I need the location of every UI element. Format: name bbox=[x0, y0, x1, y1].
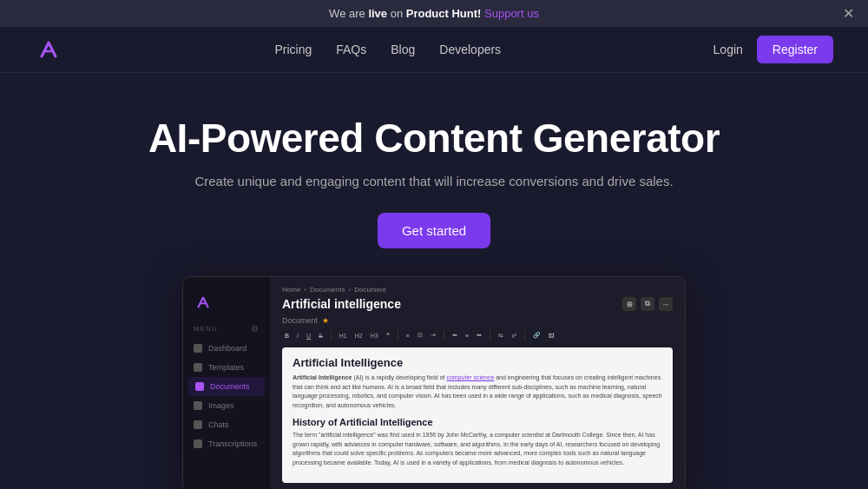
document-body: Artificial Intelligence Artificial Intel… bbox=[282, 347, 673, 483]
h2-button[interactable]: H2 bbox=[352, 330, 365, 340]
register-button[interactable]: Register bbox=[757, 36, 833, 63]
announcement-text: We are live on Product Hunt! Support us bbox=[329, 7, 539, 20]
sidebar-item-documents[interactable]: Documents bbox=[188, 377, 265, 396]
nav-blog[interactable]: Blog bbox=[391, 43, 415, 56]
nav-links: Pricing FAQs Blog Developers bbox=[274, 43, 501, 56]
toolbar-separator-3 bbox=[444, 330, 444, 340]
link-button[interactable]: 🔗 bbox=[530, 330, 543, 340]
strikethrough-button[interactable]: S bbox=[316, 330, 326, 340]
sidebar-item-transcriptions[interactable]: Transcriptions bbox=[183, 434, 270, 453]
images-icon bbox=[194, 401, 202, 410]
image-button[interactable]: 🖼 bbox=[546, 330, 557, 340]
logo-icon bbox=[35, 36, 62, 63]
document-title-row: Artificial intelligence ⊞ ⧉ ··· bbox=[282, 297, 673, 311]
chats-icon bbox=[194, 420, 202, 429]
underline-button[interactable]: U bbox=[304, 330, 313, 340]
formatting-toolbar: B I U S H1 H2 H3 ❝ ≡ ⊟ ⇥ ⬅ ≡ ➡ x₂ x² bbox=[282, 330, 673, 340]
sidebar-settings-icon[interactable]: ⚙ bbox=[251, 324, 260, 334]
nav-right: Login Register bbox=[713, 36, 833, 63]
dashboard-icon bbox=[194, 344, 202, 353]
logo[interactable] bbox=[35, 36, 62, 63]
doc-ai-bold: Artificial Intelligence bbox=[293, 374, 352, 380]
main-nav: Pricing FAQs Blog Developers Login Regis… bbox=[0, 27, 868, 73]
sidebar-item-chats[interactable]: Chats bbox=[183, 415, 270, 434]
main-document-area: Home › Documents › Document Artificial i… bbox=[270, 277, 685, 489]
live-badge: live bbox=[368, 7, 387, 20]
documents-icon bbox=[195, 382, 204, 391]
support-link[interactable]: Support us bbox=[484, 7, 539, 20]
nav-pricing[interactable]: Pricing bbox=[274, 43, 312, 56]
toolbar-separator-2 bbox=[398, 330, 398, 340]
copy-icon[interactable]: ⧉ bbox=[641, 297, 654, 311]
indent-button[interactable]: ⇥ bbox=[428, 330, 438, 340]
ul-button[interactable]: ≡ bbox=[404, 330, 412, 340]
doc-cs-link[interactable]: computer science bbox=[446, 374, 494, 380]
hero-subtitle: Create unique and engaging content that … bbox=[35, 174, 833, 188]
align-right-button[interactable]: ➡ bbox=[474, 330, 484, 340]
toolbar-separator-1 bbox=[331, 330, 332, 340]
get-started-button[interactable]: Get started bbox=[378, 213, 490, 248]
h1-button[interactable]: H1 bbox=[337, 330, 350, 340]
sidebar-item-dashboard[interactable]: Dashboard bbox=[183, 339, 270, 358]
superscript-button[interactable]: x² bbox=[509, 330, 519, 340]
nav-developers[interactable]: Developers bbox=[439, 43, 501, 56]
sidebar-item-images[interactable]: Images bbox=[183, 396, 270, 415]
more-icon[interactable]: ··· bbox=[659, 297, 673, 311]
ol-button[interactable]: ⊟ bbox=[415, 330, 425, 340]
transcriptions-icon bbox=[194, 439, 202, 448]
close-announcement-button[interactable]: ✕ bbox=[843, 7, 854, 21]
platform-name: Product Hunt! bbox=[406, 7, 482, 20]
document-action-icons: ⊞ ⧉ ··· bbox=[622, 297, 673, 311]
sidebar-item-templates[interactable]: Templates bbox=[183, 358, 270, 377]
star-icon[interactable]: ★ bbox=[322, 316, 329, 325]
sidebar-logo bbox=[183, 287, 270, 324]
sidebar-logo-icon bbox=[194, 293, 213, 312]
doc-heading: Artificial Intelligence bbox=[293, 356, 662, 369]
align-left-button[interactable]: ⬅ bbox=[450, 330, 460, 340]
bold-button[interactable]: B bbox=[282, 330, 292, 340]
announcement-bar: We are live on Product Hunt! Support us … bbox=[0, 0, 868, 27]
toolbar-separator-5 bbox=[524, 330, 525, 340]
login-link[interactable]: Login bbox=[713, 43, 743, 56]
doc-subheading: History of Artificial Intelligence bbox=[293, 417, 662, 427]
share-icon[interactable]: ⊞ bbox=[622, 297, 636, 311]
align-center-button[interactable]: ≡ bbox=[463, 330, 471, 340]
h3-button[interactable]: H3 bbox=[368, 330, 381, 340]
app-preview: MENU ⚙ Dashboard Templates Documents Ima… bbox=[182, 276, 686, 489]
templates-icon bbox=[194, 363, 202, 372]
quote-button[interactable]: ❝ bbox=[384, 330, 392, 340]
italic-button[interactable]: I bbox=[294, 330, 301, 340]
subscript-button[interactable]: x₂ bbox=[496, 330, 507, 340]
breadcrumb: Home › Documents › Document bbox=[282, 286, 673, 294]
toolbar-separator-4 bbox=[490, 330, 490, 340]
app-sidebar: MENU ⚙ Dashboard Templates Documents Ima… bbox=[183, 277, 270, 489]
document-name-row: Document ★ bbox=[282, 316, 673, 325]
document-title: Artificial intelligence bbox=[282, 297, 401, 311]
nav-faqs[interactable]: FAQs bbox=[336, 43, 366, 56]
doc-body-paragraph-1: Artificial Intelligence (AI) is a rapidl… bbox=[293, 373, 662, 410]
doc-body-paragraph-2: The term "artificial intelligence" was f… bbox=[293, 431, 662, 467]
hero-title: AI-Powered Content Generator bbox=[35, 115, 833, 162]
document-name: Document bbox=[282, 316, 318, 325]
sidebar-menu-label: MENU ⚙ bbox=[183, 324, 270, 339]
hero-section: AI-Powered Content Generator Create uniq… bbox=[0, 73, 868, 276]
